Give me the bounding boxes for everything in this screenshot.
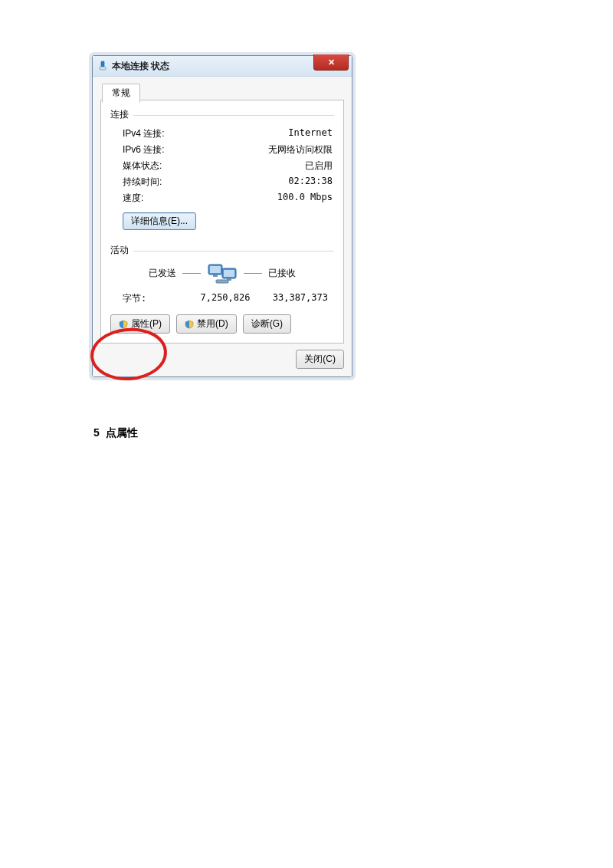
- disable-button[interactable]: 禁用(D): [176, 314, 237, 334]
- media-state-value: 已启用: [305, 159, 333, 173]
- speed-value: 100.0 Mbps: [277, 192, 333, 205]
- svg-rect-8: [216, 280, 228, 283]
- dash-left: [182, 273, 201, 274]
- step-text: 点属性: [106, 426, 138, 440]
- ipv6-value: 无网络访问权限: [268, 143, 333, 156]
- bytes-sent-value: 7,250,826: [191, 292, 259, 305]
- divider: [133, 115, 334, 116]
- step-number: 5: [93, 426, 100, 440]
- bytes-received-value: 33,387,373: [260, 292, 328, 305]
- duration-value: 02:23:38: [288, 176, 333, 189]
- dialog-window: 本地连接 状态 ✕ 常规 连接 IPv4 连接:: [92, 55, 352, 377]
- received-label: 已接收: [268, 267, 296, 280]
- close-button[interactable]: ✕: [313, 54, 349, 71]
- dash-right: [244, 273, 262, 274]
- window-title: 本地连接 状态: [112, 60, 169, 73]
- ipv6-label: IPv6 连接:: [123, 143, 165, 156]
- svg-rect-3: [210, 266, 221, 273]
- step-caption: 5 点属性: [93, 426, 138, 440]
- titlebar: 本地连接 状态 ✕: [93, 56, 352, 77]
- svg-rect-4: [213, 275, 218, 277]
- activity-diagram: 已发送: [110, 261, 334, 284]
- tab-strip: 常规: [100, 83, 344, 100]
- close-dialog-button[interactable]: 关闭(C): [296, 350, 344, 369]
- shield-icon: [185, 320, 194, 329]
- speed-label: 速度:: [123, 192, 143, 205]
- shield-icon: [119, 320, 128, 329]
- sent-label: 已发送: [149, 267, 176, 280]
- tab-content: 连接 IPv4 连接: Internet IPv6 连接: 无网络访问权限 媒体…: [100, 100, 344, 344]
- close-dialog-button-label: 关闭(C): [304, 353, 336, 366]
- properties-button-label: 属性(P): [131, 317, 162, 330]
- divider: [133, 251, 334, 252]
- computers-icon: [207, 261, 238, 284]
- svg-rect-6: [224, 270, 234, 277]
- group-connection: 连接: [110, 108, 334, 121]
- details-button[interactable]: 详细信息(E)...: [123, 212, 196, 230]
- bytes-label: 字节:: [123, 292, 191, 305]
- svg-rect-1: [100, 67, 106, 70]
- disable-button-label: 禁用(D): [197, 317, 228, 330]
- diagnose-button[interactable]: 诊断(G): [243, 314, 291, 334]
- group-activity: 活动: [110, 244, 334, 257]
- network-icon: [97, 61, 108, 71]
- diagnose-button-label: 诊断(G): [251, 317, 283, 330]
- ipv4-value: Internet: [288, 127, 333, 140]
- close-icon: ✕: [328, 58, 335, 67]
- properties-button[interactable]: 属性(P): [110, 314, 170, 334]
- group-connection-title: 连接: [110, 108, 129, 121]
- group-activity-title: 活动: [110, 244, 129, 257]
- tab-general[interactable]: 常规: [102, 84, 140, 103]
- svg-rect-0: [101, 61, 104, 67]
- media-state-label: 媒体状态:: [123, 159, 162, 173]
- ipv4-label: IPv4 连接:: [123, 127, 165, 140]
- duration-label: 持续时间:: [123, 176, 162, 189]
